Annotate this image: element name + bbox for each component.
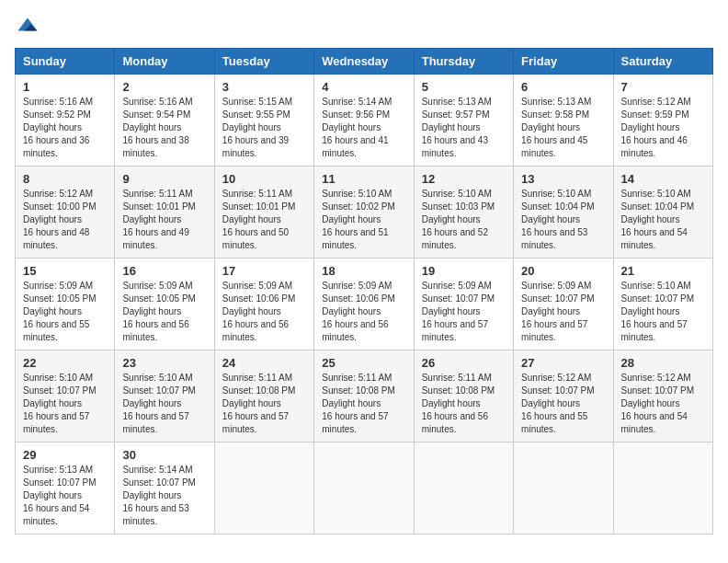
day-info: Sunrise: 5:10 AM Sunset: 10:02 PM Daylig… (322, 188, 405, 252)
sunrise-label: Sunrise: 5:10 AM (422, 189, 492, 199)
daylight-label: Daylight hours (322, 214, 381, 224)
day-number: 30 (122, 448, 206, 462)
sunset-label: Sunset: 10:06 PM (322, 293, 395, 304)
column-header-thursday: Thursday (414, 49, 513, 75)
day-info: Sunrise: 5:12 AM Sunset: 10:07 PM Daylig… (521, 372, 605, 436)
day-number: 1 (23, 80, 107, 94)
calendar-cell: 23 Sunrise: 5:10 AM Sunset: 10:07 PM Day… (115, 350, 214, 442)
daylight-label: Daylight hours (23, 214, 82, 224)
sunrise-label: Sunrise: 5:12 AM (23, 189, 93, 199)
daylight-duration: 16 hours and 45 minutes. (521, 135, 587, 158)
daylight-duration: 16 hours and 36 minutes. (23, 135, 89, 158)
sunrise-label: Sunrise: 5:13 AM (521, 97, 591, 107)
sunrise-label: Sunrise: 5:10 AM (23, 373, 93, 383)
daylight-duration: 16 hours and 50 minutes. (222, 227, 289, 250)
daylight-label: Daylight hours (521, 214, 580, 224)
daylight-label: Daylight hours (521, 398, 580, 408)
daylight-duration: 16 hours and 48 minutes. (23, 227, 89, 250)
day-number: 17 (222, 264, 306, 278)
sunrise-label: Sunrise: 5:16 AM (122, 97, 192, 107)
day-number: 6 (521, 80, 605, 94)
calendar-cell: 9 Sunrise: 5:11 AM Sunset: 10:01 PM Dayl… (115, 167, 214, 259)
daylight-duration: 16 hours and 43 minutes. (422, 135, 488, 158)
calendar-cell: 5 Sunrise: 5:13 AM Sunset: 9:57 PM Dayli… (414, 75, 513, 167)
daylight-duration: 16 hours and 39 minutes. (222, 135, 289, 158)
day-number: 22 (23, 356, 107, 370)
sunrise-label: Sunrise: 5:14 AM (122, 465, 192, 475)
sunset-label: Sunset: 10:07 PM (23, 477, 97, 488)
day-number: 25 (322, 356, 405, 370)
sunset-label: Sunset: 10:04 PM (521, 201, 595, 212)
day-info: Sunrise: 5:10 AM Sunset: 10:07 PM Daylig… (621, 280, 705, 344)
logo-icon (15, 15, 40, 40)
day-number: 4 (322, 80, 405, 94)
sunset-label: Sunset: 10:07 PM (422, 293, 495, 304)
sunset-label: Sunset: 10:06 PM (222, 293, 296, 304)
sunrise-label: Sunrise: 5:10 AM (521, 189, 591, 199)
day-info: Sunrise: 5:16 AM Sunset: 9:54 PM Dayligh… (122, 96, 206, 160)
calendar-week-row: 8 Sunrise: 5:12 AM Sunset: 10:00 PM Dayl… (16, 167, 713, 259)
sunrise-label: Sunrise: 5:11 AM (322, 373, 392, 383)
daylight-duration: 16 hours and 52 minutes. (422, 227, 488, 250)
daylight-duration: 16 hours and 57 minutes. (122, 411, 188, 434)
day-number: 26 (422, 356, 506, 370)
day-number: 16 (122, 264, 206, 278)
daylight-label: Daylight hours (222, 214, 281, 224)
daylight-label: Daylight hours (521, 122, 580, 132)
day-info: Sunrise: 5:14 AM Sunset: 9:56 PM Dayligh… (322, 96, 405, 160)
day-number: 8 (23, 172, 107, 186)
day-number: 24 (222, 356, 306, 370)
day-number: 3 (222, 80, 306, 94)
calendar-cell: 27 Sunrise: 5:12 AM Sunset: 10:07 PM Day… (514, 350, 613, 442)
daylight-duration: 16 hours and 56 minutes. (422, 411, 488, 434)
daylight-label: Daylight hours (23, 398, 82, 408)
sunset-label: Sunset: 10:00 PM (23, 201, 97, 212)
column-header-monday: Monday (115, 49, 214, 75)
daylight-duration: 16 hours and 56 minutes. (122, 319, 188, 342)
day-info: Sunrise: 5:11 AM Sunset: 10:08 PM Daylig… (422, 372, 506, 436)
sunrise-label: Sunrise: 5:16 AM (23, 97, 93, 107)
daylight-duration: 16 hours and 54 minutes. (23, 503, 89, 526)
sunset-label: Sunset: 9:57 PM (422, 109, 490, 120)
day-number: 2 (122, 80, 206, 94)
day-info: Sunrise: 5:14 AM Sunset: 10:07 PM Daylig… (122, 464, 206, 528)
calendar-week-row: 22 Sunrise: 5:10 AM Sunset: 10:07 PM Day… (16, 350, 713, 442)
daylight-label: Daylight hours (122, 490, 181, 500)
daylight-duration: 16 hours and 53 minutes. (122, 503, 188, 526)
calendar-cell: 15 Sunrise: 5:09 AM Sunset: 10:05 PM Day… (16, 259, 115, 350)
daylight-duration: 16 hours and 57 minutes. (23, 411, 89, 434)
calendar-cell: 3 Sunrise: 5:15 AM Sunset: 9:55 PM Dayli… (214, 75, 313, 167)
day-number: 27 (521, 356, 605, 370)
day-number: 14 (621, 172, 705, 186)
day-number: 15 (23, 264, 107, 278)
day-info: Sunrise: 5:13 AM Sunset: 9:57 PM Dayligh… (422, 96, 506, 160)
day-number: 23 (122, 356, 206, 370)
daylight-label: Daylight hours (23, 306, 82, 316)
column-header-saturday: Saturday (613, 49, 712, 75)
daylight-label: Daylight hours (621, 214, 680, 224)
daylight-duration: 16 hours and 38 minutes. (122, 135, 188, 158)
daylight-label: Daylight hours (222, 306, 281, 316)
day-info: Sunrise: 5:10 AM Sunset: 10:07 PM Daylig… (122, 372, 206, 436)
sunset-label: Sunset: 10:03 PM (422, 201, 495, 212)
calendar-cell: 29 Sunrise: 5:13 AM Sunset: 10:07 PM Day… (16, 442, 115, 534)
sunset-label: Sunset: 10:08 PM (422, 385, 495, 396)
sunrise-label: Sunrise: 5:11 AM (222, 373, 292, 383)
sunset-label: Sunset: 10:01 PM (122, 201, 196, 212)
calendar-cell (414, 442, 513, 534)
calendar-cell: 16 Sunrise: 5:09 AM Sunset: 10:05 PM Day… (115, 259, 214, 350)
calendar-cell: 4 Sunrise: 5:14 AM Sunset: 9:56 PM Dayli… (314, 75, 414, 167)
daylight-label: Daylight hours (621, 122, 680, 132)
column-header-wednesday: Wednesday (314, 49, 414, 75)
daylight-label: Daylight hours (322, 398, 381, 408)
daylight-duration: 16 hours and 49 minutes. (122, 227, 188, 250)
sunset-label: Sunset: 10:08 PM (222, 385, 296, 396)
day-info: Sunrise: 5:13 AM Sunset: 10:07 PM Daylig… (23, 464, 107, 528)
column-header-sunday: Sunday (16, 49, 115, 75)
daylight-label: Daylight hours (422, 306, 481, 316)
daylight-duration: 16 hours and 55 minutes. (23, 319, 89, 342)
sunrise-label: Sunrise: 5:10 AM (621, 189, 691, 199)
sunrise-label: Sunrise: 5:09 AM (521, 281, 591, 291)
sunset-label: Sunset: 10:07 PM (621, 385, 695, 396)
calendar-header-row: SundayMondayTuesdayWednesdayThursdayFrid… (16, 49, 713, 75)
